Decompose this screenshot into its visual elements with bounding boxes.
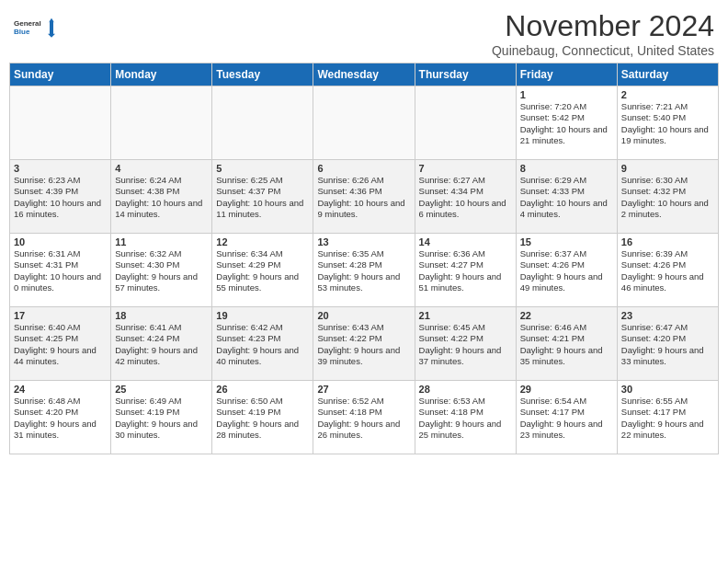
day-number: 12: [216, 236, 309, 247]
day-info: Sunrise: 6:25 AM Sunset: 4:37 PM Dayligh…: [216, 175, 309, 220]
calendar-cell: 14Sunrise: 6:36 AM Sunset: 4:27 PM Dayli…: [415, 234, 516, 307]
calendar-cell: 15Sunrise: 6:37 AM Sunset: 4:26 PM Dayli…: [516, 234, 617, 307]
day-number: 13: [317, 236, 410, 247]
day-info: Sunrise: 6:43 AM Sunset: 4:22 PM Dayligh…: [317, 322, 410, 367]
calendar-cell: 16Sunrise: 6:39 AM Sunset: 4:26 PM Dayli…: [617, 234, 718, 307]
day-info: Sunrise: 6:46 AM Sunset: 4:21 PM Dayligh…: [520, 322, 613, 367]
calendar-cell: 19Sunrise: 6:42 AM Sunset: 4:23 PM Dayli…: [212, 307, 313, 381]
day-info: Sunrise: 7:21 AM Sunset: 5:40 PM Dayligh…: [621, 101, 714, 146]
calendar-cell: [10, 86, 111, 160]
day-info: Sunrise: 6:36 AM Sunset: 4:27 PM Dayligh…: [419, 248, 512, 293]
weekday-header-friday: Friday: [516, 63, 617, 86]
svg-marker-2: [48, 18, 55, 38]
calendar-cell: 17Sunrise: 6:40 AM Sunset: 4:25 PM Dayli…: [10, 307, 111, 381]
day-info: Sunrise: 6:47 AM Sunset: 4:20 PM Dayligh…: [621, 322, 714, 367]
day-number: 4: [115, 163, 208, 174]
weekday-header-saturday: Saturday: [617, 63, 718, 86]
svg-text:General: General: [14, 19, 41, 28]
day-number: 30: [621, 384, 714, 395]
calendar-cell: 7Sunrise: 6:27 AM Sunset: 4:34 PM Daylig…: [415, 160, 516, 234]
calendar-cell: 11Sunrise: 6:32 AM Sunset: 4:30 PM Dayli…: [111, 234, 212, 307]
day-number: 20: [317, 310, 410, 321]
svg-text:Blue: Blue: [14, 28, 30, 36]
calendar-cell: 21Sunrise: 6:45 AM Sunset: 4:22 PM Dayli…: [415, 307, 516, 381]
day-info: Sunrise: 6:39 AM Sunset: 4:26 PM Dayligh…: [621, 248, 714, 293]
day-info: Sunrise: 6:37 AM Sunset: 4:26 PM Dayligh…: [520, 248, 613, 293]
day-info: Sunrise: 6:54 AM Sunset: 4:17 PM Dayligh…: [520, 396, 613, 441]
calendar-cell: 29Sunrise: 6:54 AM Sunset: 4:17 PM Dayli…: [516, 381, 617, 454]
calendar-cell: 23Sunrise: 6:47 AM Sunset: 4:20 PM Dayli…: [617, 307, 718, 381]
calendar-cell: 3Sunrise: 6:23 AM Sunset: 4:39 PM Daylig…: [10, 160, 111, 234]
calendar-cell: [313, 86, 415, 160]
day-number: 11: [115, 236, 208, 247]
day-info: Sunrise: 6:27 AM Sunset: 4:34 PM Dayligh…: [419, 175, 512, 220]
main-title: November 2024: [492, 9, 714, 43]
day-number: 25: [115, 384, 208, 395]
day-info: Sunrise: 6:29 AM Sunset: 4:33 PM Dayligh…: [520, 175, 613, 220]
day-number: 9: [621, 163, 714, 174]
weekday-header-wednesday: Wednesday: [313, 63, 415, 86]
day-number: 24: [14, 384, 107, 395]
calendar-header: SundayMondayTuesdayWednesdayThursdayFrid…: [10, 63, 719, 86]
day-info: Sunrise: 6:42 AM Sunset: 4:23 PM Dayligh…: [216, 322, 309, 367]
calendar-cell: 2Sunrise: 7:21 AM Sunset: 5:40 PM Daylig…: [617, 86, 718, 160]
subtitle: Quinebaug, Connecticut, United States: [492, 43, 714, 58]
weekday-header-tuesday: Tuesday: [212, 63, 313, 86]
day-info: Sunrise: 6:50 AM Sunset: 4:19 PM Dayligh…: [216, 396, 309, 441]
day-number: 18: [115, 310, 208, 321]
day-number: 28: [419, 384, 512, 395]
calendar-cell: 13Sunrise: 6:35 AM Sunset: 4:28 PM Dayli…: [313, 234, 415, 307]
day-info: Sunrise: 6:49 AM Sunset: 4:19 PM Dayligh…: [115, 396, 208, 441]
day-info: Sunrise: 6:48 AM Sunset: 4:20 PM Dayligh…: [14, 396, 107, 441]
day-info: Sunrise: 6:30 AM Sunset: 4:32 PM Dayligh…: [621, 175, 714, 220]
day-number: 3: [14, 163, 107, 174]
page-container: General Blue November 2024 Quinebaug, Co…: [0, 0, 728, 464]
calendar-cell: 5Sunrise: 6:25 AM Sunset: 4:37 PM Daylig…: [212, 160, 313, 234]
calendar-week-2: 3Sunrise: 6:23 AM Sunset: 4:39 PM Daylig…: [10, 160, 719, 234]
day-number: 14: [419, 236, 512, 247]
day-info: Sunrise: 6:31 AM Sunset: 4:31 PM Dayligh…: [14, 248, 107, 293]
day-number: 1: [520, 89, 613, 100]
calendar-week-3: 10Sunrise: 6:31 AM Sunset: 4:31 PM Dayli…: [10, 234, 719, 307]
day-number: 10: [14, 236, 107, 247]
day-number: 17: [14, 310, 107, 321]
calendar-cell: 4Sunrise: 6:24 AM Sunset: 4:38 PM Daylig…: [111, 160, 212, 234]
day-number: 22: [520, 310, 613, 321]
calendar-cell: 20Sunrise: 6:43 AM Sunset: 4:22 PM Dayli…: [313, 307, 415, 381]
calendar-cell: 28Sunrise: 6:53 AM Sunset: 4:18 PM Dayli…: [415, 381, 516, 454]
day-info: Sunrise: 6:23 AM Sunset: 4:39 PM Dayligh…: [14, 175, 107, 220]
day-number: 7: [419, 163, 512, 174]
day-info: Sunrise: 6:55 AM Sunset: 4:17 PM Dayligh…: [621, 396, 714, 441]
day-number: 19: [216, 310, 309, 321]
calendar-week-1: 1Sunrise: 7:20 AM Sunset: 5:42 PM Daylig…: [10, 86, 719, 160]
calendar-cell: 30Sunrise: 6:55 AM Sunset: 4:17 PM Dayli…: [617, 381, 718, 454]
day-number: 27: [317, 384, 410, 395]
day-info: Sunrise: 6:26 AM Sunset: 4:36 PM Dayligh…: [317, 175, 410, 220]
calendar-cell: 10Sunrise: 6:31 AM Sunset: 4:31 PM Dayli…: [10, 234, 111, 307]
calendar-cell: [415, 86, 516, 160]
header: General Blue November 2024 Quinebaug, Co…: [0, 0, 728, 63]
calendar-cell: 8Sunrise: 6:29 AM Sunset: 4:33 PM Daylig…: [516, 160, 617, 234]
calendar-cell: 18Sunrise: 6:41 AM Sunset: 4:24 PM Dayli…: [111, 307, 212, 381]
calendar-cell: 25Sunrise: 6:49 AM Sunset: 4:19 PM Dayli…: [111, 381, 212, 454]
day-number: 26: [216, 384, 309, 395]
day-number: 15: [520, 236, 613, 247]
calendar-cell: [111, 86, 212, 160]
calendar-cell: 22Sunrise: 6:46 AM Sunset: 4:21 PM Dayli…: [516, 307, 617, 381]
day-info: Sunrise: 6:53 AM Sunset: 4:18 PM Dayligh…: [419, 396, 512, 441]
day-info: Sunrise: 6:41 AM Sunset: 4:24 PM Dayligh…: [115, 322, 208, 367]
calendar-cell: [212, 86, 313, 160]
day-number: 6: [317, 163, 410, 174]
day-info: Sunrise: 6:45 AM Sunset: 4:22 PM Dayligh…: [419, 322, 512, 367]
weekday-header-monday: Monday: [111, 63, 212, 86]
day-number: 2: [621, 89, 714, 100]
day-info: Sunrise: 6:24 AM Sunset: 4:38 PM Dayligh…: [115, 175, 208, 220]
day-number: 5: [216, 163, 309, 174]
day-info: Sunrise: 6:35 AM Sunset: 4:28 PM Dayligh…: [317, 248, 410, 293]
calendar-wrapper: SundayMondayTuesdayWednesdayThursdayFrid…: [0, 63, 728, 464]
weekday-row: SundayMondayTuesdayWednesdayThursdayFrid…: [10, 63, 719, 86]
calendar-week-4: 17Sunrise: 6:40 AM Sunset: 4:25 PM Dayli…: [10, 307, 719, 381]
calendar-cell: 9Sunrise: 6:30 AM Sunset: 4:32 PM Daylig…: [617, 160, 718, 234]
weekday-header-thursday: Thursday: [415, 63, 516, 86]
calendar-cell: 26Sunrise: 6:50 AM Sunset: 4:19 PM Dayli…: [212, 381, 313, 454]
